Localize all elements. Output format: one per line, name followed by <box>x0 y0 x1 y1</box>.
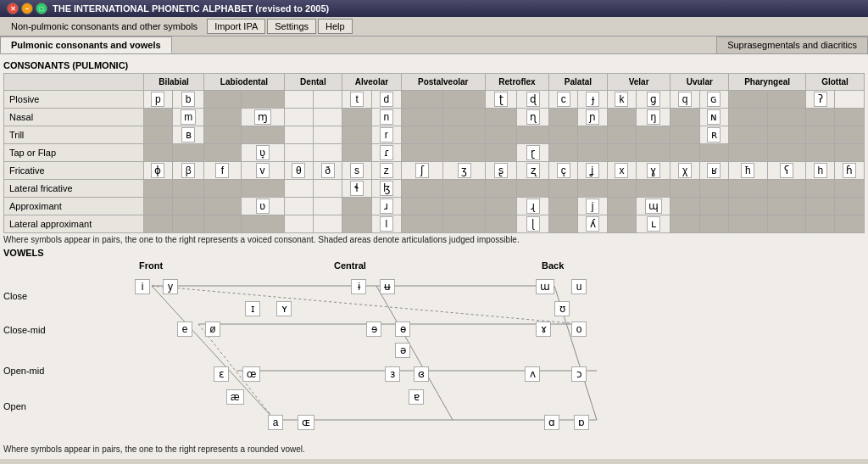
vowel-rev-epsilon[interactable]: ɜ <box>385 366 400 382</box>
vowel-barred-i[interactable]: ɨ <box>351 279 366 294</box>
vowel-o[interactable]: o <box>571 321 587 337</box>
ipa-symbol[interactable]: ɽ <box>526 145 540 160</box>
vowel-barred-o[interactable]: ɵ <box>395 321 410 337</box>
ipa-symbol[interactable]: ʙ <box>181 127 195 143</box>
ipa-symbol[interactable]: ɰ <box>645 198 662 214</box>
ipa-symbol[interactable]: ç <box>557 163 570 178</box>
ipa-symbol[interactable]: ɴ <box>707 109 721 125</box>
ipa-symbol[interactable]: ħ <box>741 163 754 178</box>
ipa-symbol[interactable]: ɱ <box>254 109 271 125</box>
ipa-symbol[interactable]: h <box>814 163 827 178</box>
ipa-symbol[interactable]: q <box>678 92 692 107</box>
ipa-symbol[interactable]: ʔ <box>814 92 827 107</box>
vowel-epsilon[interactable]: ɛ <box>214 366 229 382</box>
ipa-symbol[interactable]: ɮ <box>380 181 393 196</box>
ipa-symbol[interactable]: ʐ <box>526 163 540 178</box>
ipa-symbol[interactable]: χ <box>678 163 692 178</box>
vowel-i[interactable]: i <box>135 279 150 294</box>
vowel-small-y[interactable]: ʏ <box>276 301 292 316</box>
ipa-symbol[interactable]: θ <box>292 163 305 178</box>
vowel-small-i[interactable]: ɪ <box>245 301 260 316</box>
ipa-symbol[interactable]: ʈ <box>494 92 508 107</box>
ipa-symbol[interactable]: ɭ <box>526 216 540 232</box>
vowel-turned-a[interactable]: ɐ <box>409 389 424 405</box>
vowel-rev-e[interactable]: ɘ <box>366 321 381 337</box>
ipa-symbol[interactable]: z <box>380 163 393 178</box>
ipa-symbol[interactable]: ɹ <box>380 198 393 214</box>
ipa-symbol[interactable]: ɣ <box>647 163 660 178</box>
minimize-button[interactable]: − <box>21 3 33 14</box>
ipa-symbol[interactable]: ʟ <box>647 216 660 232</box>
ipa-symbol[interactable]: b <box>181 92 195 107</box>
ipa-symbol[interactable]: d <box>380 92 393 107</box>
ipa-symbol[interactable]: ʝ <box>586 163 599 178</box>
vowel-ae[interactable]: æ <box>226 389 244 405</box>
ipa-symbol[interactable]: l <box>380 216 393 232</box>
vowel-u[interactable]: u <box>571 279 587 294</box>
ipa-symbol[interactable]: ʕ <box>780 163 793 178</box>
vowel-turned-m[interactable]: ɯ <box>536 279 554 294</box>
cell: ʒ <box>443 162 486 180</box>
ipa-symbol[interactable]: ʂ <box>494 163 508 178</box>
ipa-symbol[interactable]: ɟ <box>586 92 599 107</box>
ipa-symbol[interactable]: p <box>151 92 164 107</box>
ipa-symbol[interactable]: v <box>256 163 270 178</box>
ipa-symbol[interactable]: n <box>380 109 393 125</box>
vowel-y[interactable]: y <box>163 279 178 294</box>
window-controls[interactable]: ✕ − □ <box>7 3 47 14</box>
ipa-symbol[interactable]: β <box>181 163 195 178</box>
ipa-symbol[interactable]: ʋ̟ <box>256 145 270 160</box>
menu-help[interactable]: Help <box>318 19 353 34</box>
vowel-ram-horns[interactable]: ɤ <box>536 321 551 337</box>
vowel-a[interactable]: a <box>268 415 283 430</box>
ipa-symbol[interactable]: ɸ <box>151 163 164 178</box>
vowel-turned-v[interactable]: ʌ <box>525 366 540 382</box>
tab-pulmonic[interactable]: Pulmonic consonants and vowels <box>0 36 172 53</box>
ipa-symbol[interactable]: ɾ <box>380 145 393 160</box>
ipa-symbol[interactable]: m <box>181 109 196 125</box>
vowel-turned-script-a[interactable]: ɒ <box>574 415 589 430</box>
maximize-button[interactable]: □ <box>36 3 47 14</box>
ipa-symbol[interactable]: ʎ <box>586 216 599 232</box>
ipa-symbol[interactable]: t <box>350 92 364 107</box>
ipa-symbol[interactable]: ɖ <box>526 92 540 107</box>
vowel-script-a[interactable]: ɑ <box>544 415 559 430</box>
ipa-symbol[interactable]: r <box>380 127 393 143</box>
ipa-symbol[interactable]: ɳ <box>526 109 540 125</box>
close-button[interactable]: ✕ <box>7 3 19 14</box>
menu-import-ipa[interactable]: Import IPA <box>207 19 265 34</box>
vowel-oe[interactable]: œ <box>242 366 260 382</box>
ipa-symbol[interactable]: x <box>615 163 628 178</box>
vowel-closed-rev-epsilon[interactable]: ɞ <box>414 366 429 382</box>
vowel-open-o[interactable]: ɔ <box>571 366 587 382</box>
menu-non-pulmonic[interactable]: Non-pulmonic consonants and other symbol… <box>3 19 205 34</box>
cell: ɰ <box>637 198 670 215</box>
ipa-symbol[interactable]: ɬ <box>350 181 364 196</box>
vowel-schwa[interactable]: ə <box>395 343 410 358</box>
vowel-o-slash[interactable]: ø <box>205 321 220 337</box>
ipa-symbol[interactable]: s <box>350 163 364 178</box>
vowel-barred-u[interactable]: ʉ <box>380 279 395 294</box>
ipa-symbol[interactable]: ʁ <box>707 163 721 178</box>
vowel-oe-open[interactable]: ɶ <box>298 415 314 430</box>
ipa-symbol[interactable]: k <box>615 92 628 107</box>
ipa-symbol[interactable]: ɡ <box>647 92 660 107</box>
tab-suprasegmentals[interactable]: Suprasegmentals and diacritics <box>716 36 868 53</box>
vowel-upsilon[interactable]: ʊ <box>554 301 570 316</box>
ipa-symbol[interactable]: ɲ <box>586 109 599 125</box>
ipa-symbol[interactable]: ɢ <box>707 92 721 107</box>
ipa-symbol[interactable]: j <box>586 198 599 214</box>
ipa-symbol[interactable]: ð <box>321 163 335 178</box>
ipa-symbol[interactable]: ɻ <box>526 198 540 214</box>
ipa-symbol[interactable]: ʋ <box>256 198 270 214</box>
menu-settings[interactable]: Settings <box>267 19 316 34</box>
ipa-symbol[interactable]: c <box>557 92 570 107</box>
ipa-symbol[interactable]: ʒ <box>458 163 471 178</box>
ipa-symbol[interactable]: ʃ <box>415 163 429 178</box>
cell-shaded <box>204 109 241 126</box>
ipa-symbol[interactable]: ŋ <box>647 109 660 125</box>
vowel-e[interactable]: e <box>177 321 192 337</box>
ipa-symbol[interactable]: ɦ <box>843 163 856 178</box>
ipa-symbol[interactable]: f <box>215 163 229 178</box>
ipa-symbol[interactable]: ʀ <box>707 127 721 143</box>
